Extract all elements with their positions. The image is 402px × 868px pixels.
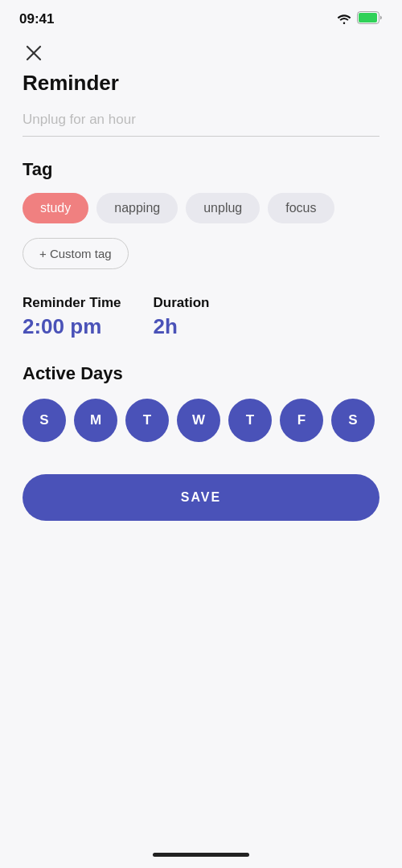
status-time: 09:41: [19, 11, 54, 27]
main-content: Reminder Tag study napping unplug focus …: [0, 71, 402, 559]
wifi-icon: [336, 12, 352, 27]
tag-chip-study[interactable]: study: [23, 193, 88, 223]
reminder-input[interactable]: [23, 107, 379, 137]
close-button[interactable]: [19, 39, 48, 68]
tag-chip-focus[interactable]: focus: [268, 193, 334, 223]
reminder-title: Reminder: [23, 71, 379, 96]
duration-value[interactable]: 2h: [154, 314, 210, 339]
tag-label: Tag: [23, 159, 379, 180]
day-wednesday[interactable]: W: [177, 399, 220, 442]
battery-icon: [357, 11, 383, 27]
tag-chip-unplug[interactable]: unplug: [186, 193, 260, 223]
reminder-time-block: Reminder Time 2:00 pm: [23, 295, 121, 339]
active-days-label: Active Days: [23, 363, 379, 384]
day-monday[interactable]: M: [74, 399, 117, 442]
reminder-input-wrap: [23, 107, 379, 137]
reminder-time-value[interactable]: 2:00 pm: [23, 314, 121, 339]
day-thursday[interactable]: T: [228, 399, 272, 442]
duration-label: Duration: [154, 295, 210, 311]
day-sunday[interactable]: S: [23, 399, 66, 442]
duration-block: Duration 2h: [154, 295, 210, 339]
custom-tag-button[interactable]: + Custom tag: [23, 238, 129, 269]
day-friday[interactable]: F: [280, 399, 323, 442]
save-button[interactable]: SAVE: [23, 474, 379, 521]
reminder-time-label: Reminder Time: [23, 295, 121, 311]
custom-tag-label: + Custom tag: [39, 247, 112, 260]
days-row: S M T W T F S: [23, 399, 379, 442]
day-tuesday[interactable]: T: [125, 399, 169, 442]
home-indicator: [153, 853, 249, 857]
tags-row: study napping unplug focus: [23, 193, 379, 227]
tag-chip-napping[interactable]: napping: [96, 193, 178, 223]
time-duration-row: Reminder Time 2:00 pm Duration 2h: [23, 295, 379, 339]
status-icons: [336, 11, 383, 27]
svg-rect-1: [359, 13, 377, 23]
day-saturday[interactable]: S: [331, 399, 375, 442]
status-bar: 09:41: [0, 0, 402, 32]
